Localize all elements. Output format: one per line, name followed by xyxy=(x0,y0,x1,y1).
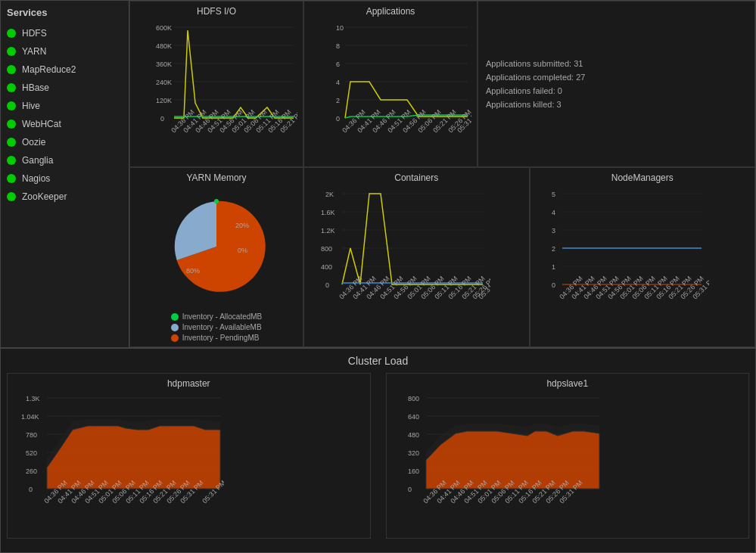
sidebar-item-label: Ganglia xyxy=(22,155,53,166)
containers-chart: Containers 2K 1.6K 1.2K 800 400 0 xyxy=(303,167,530,347)
nodemanagers-svg: 5 4 3 2 1 0 xyxy=(535,186,709,326)
sidebar-item-label: Nagios xyxy=(22,173,50,184)
svg-text:240K: 240K xyxy=(156,79,172,86)
top-charts-row: HDFS I/O 600K 480K 360K 240K 120K 0 xyxy=(129,1,755,167)
apps-completed: Applications completed: 27 xyxy=(486,73,747,82)
svg-text:4: 4 xyxy=(336,79,340,86)
svg-text:1: 1 xyxy=(552,263,555,271)
sidebar-item-oozie[interactable]: Oozie xyxy=(1,133,129,151)
svg-text:2K: 2K xyxy=(325,191,334,198)
cluster-load-section: Cluster Load hdpmaster 1.3K 1.04K 780 52… xyxy=(0,348,756,553)
status-dot xyxy=(7,65,16,74)
sidebar-item-label: HBase xyxy=(22,82,49,93)
svg-text:0%: 0% xyxy=(238,247,247,254)
cluster-load-title: Cluster Load xyxy=(7,355,749,367)
hdpmaster-chart: hdpmaster 1.3K 1.04K 780 520 260 0 xyxy=(7,373,371,539)
svg-text:260: 260 xyxy=(26,468,37,475)
applications-title: Applications xyxy=(309,6,472,17)
svg-marker-107 xyxy=(47,426,220,489)
sidebar-item-label: ZooKeeper xyxy=(22,191,67,202)
svg-text:10: 10 xyxy=(336,24,344,32)
apps-failed: Applications failed: 0 xyxy=(486,86,747,95)
apps-killed: Applications killed: 3 xyxy=(486,100,747,109)
svg-text:360K: 360K xyxy=(156,61,172,68)
svg-text:0: 0 xyxy=(160,115,164,123)
svg-text:0: 0 xyxy=(336,115,340,123)
yarn-memory-title: YARN Memory xyxy=(135,172,298,183)
hdpmaster-svg: 1.3K 1.04K 780 520 260 0 xyxy=(12,392,224,532)
status-dot xyxy=(7,29,16,38)
svg-text:480: 480 xyxy=(408,431,419,439)
svg-text:2: 2 xyxy=(552,245,555,253)
svg-text:1.6K: 1.6K xyxy=(321,209,335,216)
svg-text:3: 3 xyxy=(552,227,555,235)
svg-text:1.2K: 1.2K xyxy=(321,227,335,235)
svg-text:1.04K: 1.04K xyxy=(21,413,39,421)
sidebar-title: Services xyxy=(1,4,129,24)
sidebar-item-hbase[interactable]: HBase xyxy=(1,79,129,97)
svg-text:520: 520 xyxy=(26,449,37,457)
legend-allocated: Inventory - AllocatedMB xyxy=(171,312,263,321)
svg-text:0: 0 xyxy=(408,486,412,493)
yarn-memory-pie: 20% 0% 80% xyxy=(156,186,277,307)
svg-text:0: 0 xyxy=(29,486,33,493)
sidebar-item-nagios[interactable]: Nagios xyxy=(1,169,129,188)
status-dot xyxy=(7,120,16,129)
applications-svg: 10 8 6 4 2 0 xyxy=(309,20,471,148)
svg-text:5: 5 xyxy=(552,191,555,198)
svg-text:20%: 20% xyxy=(235,222,249,229)
sidebar-item-zookeeper[interactable]: ZooKeeper xyxy=(1,188,129,206)
sidebar-item-yarn[interactable]: YARN xyxy=(1,42,129,61)
sidebar-item-hdfs[interactable]: HDFS xyxy=(1,24,129,42)
svg-text:8: 8 xyxy=(336,42,340,50)
status-dot xyxy=(7,138,16,147)
legend-pending: Inventory - PendingMB xyxy=(171,334,263,342)
apps-submitted: Applications submitted: 31 xyxy=(486,59,747,68)
hdpslave1-title: hdpslave1 xyxy=(391,378,745,389)
sidebar-item-hive[interactable]: Hive xyxy=(1,97,129,115)
applications-chart: Applications 10 8 6 4 2 0 xyxy=(303,1,478,167)
main-container: Services HDFSYARNMapReduce2HBaseHiveWebH… xyxy=(0,0,756,553)
svg-text:600K: 600K xyxy=(156,24,172,32)
svg-marker-134 xyxy=(426,431,599,489)
status-dot xyxy=(7,174,16,183)
svg-text:1.3K: 1.3K xyxy=(26,395,40,402)
sidebar-item-label: YARN xyxy=(22,46,46,57)
sidebar-item-webhcat[interactable]: WebHCat xyxy=(1,115,129,133)
sidebar-item-label: Hive xyxy=(22,101,40,111)
svg-text:640: 640 xyxy=(408,413,419,421)
containers-title: Containers xyxy=(309,172,524,183)
hdfs-io-title: HDFS I/O xyxy=(135,6,298,17)
status-dot xyxy=(7,192,16,201)
legend-available-dot xyxy=(171,324,179,331)
sidebar-item-label: HDFS xyxy=(22,28,47,39)
nodemanagers-chart: NodeManagers 5 4 3 2 1 0 xyxy=(530,167,756,347)
nodemanagers-title: NodeManagers xyxy=(535,172,751,183)
svg-text:80%: 80% xyxy=(186,267,200,275)
sidebar: Services HDFSYARNMapReduce2HBaseHiveWebH… xyxy=(1,1,129,347)
svg-text:800: 800 xyxy=(321,245,332,253)
svg-text:4: 4 xyxy=(552,209,555,216)
legend-allocated-dot xyxy=(171,313,179,321)
sidebar-item-mapreduce2[interactable]: MapReduce2 xyxy=(1,61,129,79)
status-dot xyxy=(7,101,16,110)
hdfs-io-chart: HDFS I/O 600K 480K 360K 240K 120K 0 xyxy=(129,1,303,167)
containers-svg: 2K 1.6K 1.2K 800 400 0 xyxy=(309,186,490,326)
svg-text:160: 160 xyxy=(408,468,419,475)
svg-text:320: 320 xyxy=(408,449,419,457)
svg-text:0: 0 xyxy=(325,281,329,289)
status-dot xyxy=(7,47,16,56)
sidebar-item-label: MapReduce2 xyxy=(22,64,76,75)
status-dot xyxy=(7,83,16,92)
legend-available: Inventory - AvailableMB xyxy=(171,323,263,331)
svg-text:780: 780 xyxy=(26,431,37,439)
svg-text:120K: 120K xyxy=(156,97,172,104)
hdpslave1-svg: 800 640 480 320 160 0 xyxy=(391,392,603,532)
svg-text:0: 0 xyxy=(552,281,555,289)
bottom-charts-row: YARN Memory xyxy=(129,167,755,347)
svg-text:400: 400 xyxy=(321,263,332,271)
sidebar-item-ganglia[interactable]: Ganglia xyxy=(1,151,129,169)
hdfs-io-svg: 600K 480K 360K 240K 120K 0 xyxy=(135,20,297,148)
svg-text:6: 6 xyxy=(336,61,340,68)
yarn-memory-chart: YARN Memory xyxy=(129,167,303,347)
